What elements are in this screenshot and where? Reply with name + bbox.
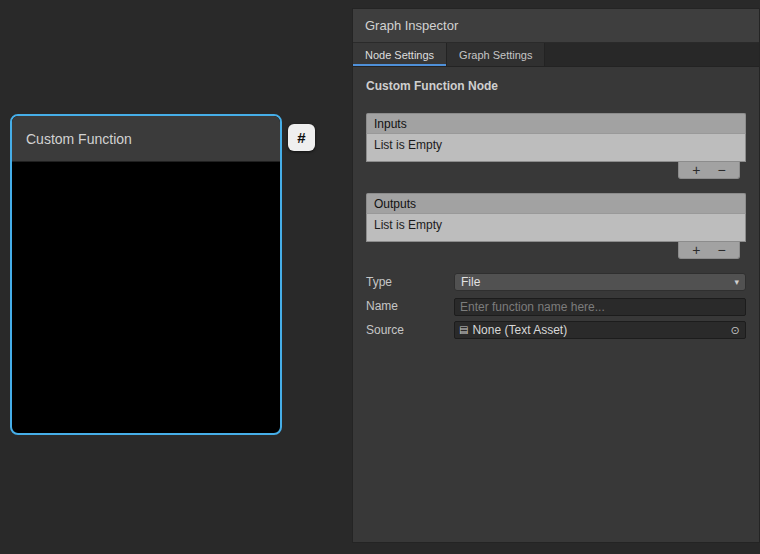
tab-graph-settings[interactable]: Graph Settings <box>447 43 545 66</box>
inputs-list-header: Inputs <box>366 113 746 133</box>
inputs-list: Inputs List is Empty + − <box>366 113 746 179</box>
tab-node-settings[interactable]: Node Settings <box>353 43 447 66</box>
inputs-remove-button[interactable]: − <box>714 163 730 177</box>
type-dropdown[interactable]: File ▾ <box>454 273 746 291</box>
inputs-add-button[interactable]: + <box>688 163 704 177</box>
graph-inspector-panel: Graph Inspector Node Settings Graph Sett… <box>352 8 760 543</box>
inspector-tabbar: Node Settings Graph Settings <box>353 43 759 67</box>
inspector-body: Custom Function Node Inputs List is Empt… <box>353 67 759 542</box>
object-picker-icon[interactable]: ⊙ <box>727 325 743 336</box>
text-asset-icon: ▤ <box>459 325 468 335</box>
inspector-title: Graph Inspector <box>365 18 458 33</box>
outputs-list-header: Outputs <box>366 193 746 213</box>
outputs-list-footer: + − <box>366 242 746 259</box>
node-header[interactable]: Custom Function <box>12 116 280 162</box>
outputs-list-empty-row: List is Empty <box>366 213 746 242</box>
custom-function-node[interactable]: Custom Function <box>10 114 282 435</box>
source-object-field[interactable]: ▤ None (Text Asset) ⊙ <box>454 321 746 339</box>
outputs-list: Outputs List is Empty + − <box>366 193 746 259</box>
type-field-row: Type File ▾ <box>366 273 746 291</box>
inspector-header: Graph Inspector <box>353 9 759 43</box>
source-field-row: Source ▤ None (Text Asset) ⊙ <box>366 321 746 339</box>
name-label: Name <box>366 299 454 313</box>
section-title: Custom Function Node <box>366 79 746 93</box>
node-title: Custom Function <box>26 131 132 147</box>
hash-badge-button[interactable]: # <box>288 124 315 151</box>
inputs-list-footer: + − <box>366 162 746 179</box>
type-label: Type <box>366 275 454 289</box>
type-dropdown-value: File <box>461 275 480 289</box>
function-name-input[interactable] <box>454 298 746 316</box>
outputs-add-button[interactable]: + <box>688 243 704 257</box>
source-label: Source <box>366 323 454 337</box>
name-field-row: Name <box>366 297 746 315</box>
source-object-value: None (Text Asset) <box>472 323 567 337</box>
outputs-remove-button[interactable]: − <box>714 243 730 257</box>
chevron-down-icon: ▾ <box>734 277 739 287</box>
inputs-list-empty-row: List is Empty <box>366 133 746 162</box>
hash-icon: # <box>297 129 305 146</box>
